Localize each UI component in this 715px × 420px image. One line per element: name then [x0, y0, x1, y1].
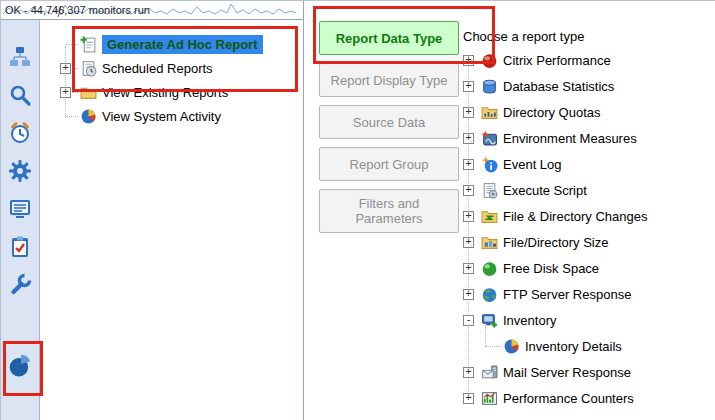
- status-text: OK - 44,746,307 monitors run: [5, 4, 150, 16]
- directory-quotas-icon: [481, 104, 498, 121]
- toolbar-settings-button[interactable]: [3, 152, 37, 190]
- nav-item-label: Scheduled Reports: [102, 61, 213, 76]
- tree-expander[interactable]: +: [463, 211, 474, 222]
- tree-expander[interactable]: +: [463, 107, 474, 118]
- report-type-file-directory-size[interactable]: + File/Directory Size: [463, 229, 713, 255]
- report-type-label: Inventory Details: [525, 339, 622, 354]
- report-type-label: Database Statistics: [503, 79, 614, 94]
- tree-expander[interactable]: +: [463, 55, 474, 66]
- report-type-mail-server-response[interactable]: + Mail Server Response: [463, 359, 713, 385]
- report-type-ftp-server-response[interactable]: + FTP Server Response: [463, 281, 713, 307]
- report-type-label: Performance Counters: [503, 391, 634, 406]
- report-type-label: Mail Server Response: [503, 365, 631, 380]
- tab-filters-and-parameters[interactable]: Filters and Parameters: [319, 189, 459, 233]
- tab-report-display-type[interactable]: Report Display Type: [319, 63, 459, 97]
- report-type-label: FTP Server Response: [503, 287, 631, 302]
- tab-report-data-type[interactable]: Report Data Type: [319, 21, 459, 55]
- nav-item-label: View Existing Reports: [102, 85, 228, 100]
- wrench-icon: [8, 273, 32, 297]
- report-type-label: File & Directory Changes: [503, 209, 648, 224]
- alarm-clock-icon: [8, 121, 32, 145]
- report-type-database-statistics[interactable]: + Database Statistics: [463, 73, 713, 99]
- tree-expander[interactable]: +: [60, 63, 71, 74]
- left-toolbar: [1, 20, 40, 420]
- view-system-activity-icon: [80, 108, 97, 125]
- report-type-inventory-details[interactable]: Inventory Details: [463, 333, 713, 359]
- report-type-label: Directory Quotas: [503, 105, 601, 120]
- report-type-directory-quotas[interactable]: + Directory Quotas: [463, 99, 713, 125]
- tree-expander[interactable]: +: [463, 393, 474, 404]
- report-type-label: Execute Script: [503, 183, 587, 198]
- report-type-execute-script[interactable]: + Execute Script: [463, 177, 713, 203]
- toolbar-sitemap-button[interactable]: [3, 38, 37, 76]
- inventory-icon: [481, 312, 498, 329]
- nav-item-generate-adhoc-report[interactable]: Generate Ad Hoc Report: [40, 32, 303, 56]
- tree-expander[interactable]: +: [60, 87, 71, 98]
- report-type-citrix-performance[interactable]: + Citrix Performance: [463, 47, 713, 73]
- nav-tree-panel: Generate Ad Hoc Report + Scheduled Repor…: [40, 20, 304, 420]
- file-directory-size-icon: [481, 234, 498, 251]
- report-type-label: Free Disk Space: [503, 261, 599, 276]
- tree-expander[interactable]: +: [463, 237, 474, 248]
- tree-expander[interactable]: +: [463, 81, 474, 92]
- tree-expander[interactable]: +: [463, 185, 474, 196]
- tasks-clipboard-icon: [8, 235, 32, 259]
- toolbar-tasks-button[interactable]: [3, 228, 37, 266]
- report-type-event-log[interactable]: + Event Log: [463, 151, 713, 177]
- report-type-label: Environment Measures: [503, 131, 637, 146]
- report-type-free-disk-space[interactable]: + Free Disk Space: [463, 255, 713, 281]
- nav-item-label: Generate Ad Hoc Report: [102, 35, 263, 54]
- status-bar: OK - 44,746,307 monitors run: [1, 1, 304, 20]
- file-directory-changes-icon: [481, 208, 498, 225]
- ftp-server-response-icon: [481, 286, 498, 303]
- gear-icon: [8, 159, 32, 183]
- report-type-environment-measures[interactable]: + Environment Measures: [463, 125, 713, 151]
- citrix-performance-icon: [481, 52, 498, 69]
- report-type-tree: + Citrix Performance + Database Statisti…: [463, 47, 713, 411]
- report-type-label: Event Log: [503, 157, 562, 172]
- execute-script-icon: [481, 182, 498, 199]
- toolbar-reports-list-button[interactable]: [3, 190, 37, 228]
- tree-expander[interactable]: +: [463, 263, 474, 274]
- toolbar-search-button[interactable]: [3, 76, 37, 114]
- report-type-label: Citrix Performance: [503, 53, 611, 68]
- inventory-details-icon: [503, 338, 520, 355]
- environment-measures-icon: [481, 130, 498, 147]
- report-type-label: Inventory: [503, 313, 556, 328]
- tab-report-group[interactable]: Report Group: [319, 147, 459, 181]
- report-type-header: Choose a report type: [463, 29, 584, 44]
- report-type-performance-counters[interactable]: + Performance Counters: [463, 385, 713, 411]
- tree-expander[interactable]: +: [463, 367, 474, 378]
- tree-expander[interactable]: -: [463, 315, 474, 326]
- report-type-label: File/Directory Size: [503, 235, 608, 250]
- toolbar-alerts-button[interactable]: [3, 114, 37, 152]
- pie-report-icon: [7, 352, 33, 378]
- generate-adhoc-report-icon: [80, 36, 97, 53]
- sitemap-icon: [8, 45, 32, 69]
- report-type-file-directory-changes[interactable]: + File & Directory Changes: [463, 203, 713, 229]
- search-icon: [8, 83, 32, 107]
- event-log-icon: [481, 156, 498, 173]
- wizard-tabs: Report Data Type Report Display Type Sou…: [319, 21, 459, 241]
- tree-expander[interactable]: +: [463, 159, 474, 170]
- toolbar-reporting-button[interactable]: [3, 346, 37, 384]
- free-disk-space-icon: [481, 260, 498, 277]
- toolbar-tools-button[interactable]: [3, 266, 37, 304]
- app-window: OK - 44,746,307 monitors run: [0, 0, 715, 420]
- view-existing-reports-icon: [80, 84, 97, 101]
- scheduled-reports-icon: [80, 60, 97, 77]
- performance-counters-icon: [481, 390, 498, 407]
- tab-source-data[interactable]: Source Data: [319, 105, 459, 139]
- tree-expander[interactable]: +: [463, 133, 474, 144]
- tree-expander[interactable]: +: [463, 289, 474, 300]
- report-type-inventory[interactable]: - Inventory: [463, 307, 713, 333]
- mail-server-response-icon: [481, 364, 498, 381]
- report-list-icon: [8, 197, 32, 221]
- database-statistics-icon: [481, 78, 498, 95]
- nav-item-view-existing-reports[interactable]: + View Existing Reports: [40, 80, 303, 104]
- nav-item-scheduled-reports[interactable]: + Scheduled Reports: [40, 56, 303, 80]
- nav-item-view-system-activity[interactable]: View System Activity: [40, 104, 303, 128]
- nav-item-label: View System Activity: [102, 109, 221, 124]
